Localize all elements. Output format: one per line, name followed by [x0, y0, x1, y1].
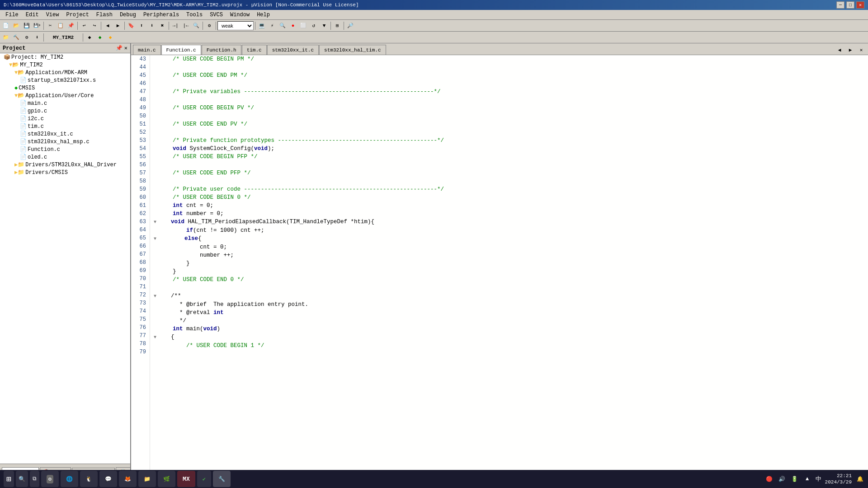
menu-item-edit[interactable]: Edit	[22, 11, 42, 19]
code-line-75[interactable]: */	[154, 317, 444, 325]
code-line-60[interactable]: /* USER CODE BEGIN 0 */	[154, 193, 444, 202]
compile-btn[interactable]: ⚙	[204, 21, 214, 31]
tab-scroll-left[interactable]: ◀	[835, 45, 844, 55]
code-editor[interactable]: 4344454647484950515253545556575859606162…	[131, 55, 868, 471]
undo-btn[interactable]: ↩	[79, 21, 89, 31]
taskbar-settings[interactable]: ⚙	[41, 471, 59, 487]
outdent-btn[interactable]: |←	[181, 21, 191, 31]
menu-item-project[interactable]: Project	[62, 11, 92, 19]
menu-item-tools[interactable]: Tools	[183, 11, 206, 19]
code-line-59[interactable]: /* Private user code -------------------…	[154, 185, 444, 193]
project-close-btn[interactable]: ✕	[124, 45, 127, 52]
tree-item-function-c[interactable]: 📄Function.c	[0, 145, 130, 153]
redo-btn[interactable]: ↪	[90, 21, 99, 31]
taskbar-app3[interactable]: 🔧	[213, 471, 231, 487]
tree-item-application-user-core[interactable]: ▼📂Application/User/Core	[0, 92, 130, 99]
extra-btn3[interactable]: ◆	[105, 33, 115, 42]
minimize-button[interactable]: ─	[836, 1, 844, 9]
code-line-63[interactable]: ▼ void HAL_TIM_PeriodElapsedCallback(TIM…	[154, 218, 444, 226]
new-file-btn[interactable]: 📄	[1, 21, 11, 31]
tab-function-h[interactable]: Function.h	[202, 45, 241, 55]
clear-bookmark-btn[interactable]: ✖	[157, 21, 167, 31]
code-line-61[interactable]: int cnt = 0;	[154, 202, 444, 210]
taskbar-app2[interactable]: ✔	[197, 471, 211, 487]
find-btn[interactable]: 🔍	[191, 21, 201, 31]
weak-select[interactable]: weak	[217, 21, 254, 30]
window-btn[interactable]: ⊞	[332, 21, 342, 31]
extra-btn2[interactable]: ◆	[95, 33, 105, 42]
system-clock[interactable]: 22:21 2024/3/29	[825, 473, 852, 485]
code-line-77[interactable]: ▼ {	[154, 333, 444, 342]
code-line-58[interactable]	[154, 177, 444, 185]
taskbar-edge[interactable]: 🌐	[61, 471, 78, 487]
fold-marker[interactable]: ▼	[154, 335, 156, 340]
taskbar-explorer[interactable]: 📁	[138, 471, 156, 487]
build2-btn[interactable]: 🔨	[11, 33, 21, 42]
fold-marker[interactable]: ▼	[154, 220, 156, 225]
tree-item-i2c-c[interactable]: 📄i2c.c	[0, 115, 130, 122]
code-line-72[interactable]: ▼ /**	[154, 292, 444, 300]
tree-item-stm32l0xx-it-c[interactable]: 📄stm32l0xx_it.c	[0, 130, 130, 138]
stop-btn[interactable]: ⬜	[298, 21, 308, 31]
code-line-49[interactable]: /* USER CODE BEGIN PV */	[154, 104, 444, 112]
reset-btn[interactable]: ↺	[309, 21, 319, 31]
chevron-up-icon[interactable]: ▲	[803, 474, 812, 483]
menu-item-view[interactable]: View	[42, 11, 63, 19]
taskbar-git[interactable]: 🌿	[158, 471, 175, 487]
code-line-52[interactable]	[154, 128, 444, 136]
code-line-62[interactable]: int number = 0;	[154, 210, 444, 218]
code-line-76[interactable]: int main(void)	[154, 325, 444, 333]
search-button[interactable]: 🔍	[16, 471, 28, 487]
code-line-70[interactable]: /* USER CODE END 0 */	[154, 276, 444, 284]
taskbar-app1[interactable]: 🐧	[80, 471, 98, 487]
taskbar-wechat[interactable]: 💬	[99, 471, 117, 487]
nav-back-btn[interactable]: ◀	[103, 21, 113, 31]
maximize-button[interactable]: □	[846, 1, 854, 9]
tree-item-tim-c[interactable]: 📄tim.c	[0, 122, 130, 130]
code-line-69[interactable]: }	[154, 267, 444, 276]
code-line-74[interactable]: * @retval int	[154, 309, 444, 317]
tree-item-cmsis[interactable]: ◆CMSIS	[0, 84, 130, 92]
nav-fwd-btn[interactable]: ▶	[113, 21, 123, 31]
taskbar-mx[interactable]: MX	[177, 471, 195, 487]
menu-item-window[interactable]: Window	[226, 11, 253, 19]
close-button[interactable]: ✕	[856, 1, 864, 9]
taskbar-firefox[interactable]: 🦊	[119, 471, 137, 487]
code-line-57[interactable]: /* USER CODE END PFP */	[154, 169, 444, 177]
more-btn[interactable]: ▼	[319, 21, 329, 31]
tree-item-oled-c[interactable]: 📄oled.c	[0, 153, 130, 161]
fold-marker[interactable]: ▼	[154, 294, 156, 299]
tab-stm32l0xx-hal-tim[interactable]: stm32l0xx_hal_tim.c	[319, 45, 386, 55]
copy-btn[interactable]: 📋	[56, 21, 66, 31]
code-line-51[interactable]: /* USER CODE END PV */	[154, 120, 444, 128]
tree-item-stm32l0xx-hal-msp-c[interactable]: 📄stm32l0xx_hal_msp.c	[0, 138, 130, 145]
battery-icon[interactable]: 🔋	[790, 474, 799, 483]
tree-item-drivers-cmsis[interactable]: ▶📁Drivers/CMSIS	[0, 169, 130, 176]
fold-marker[interactable]: ▼	[154, 236, 156, 241]
code-line-68[interactable]: }	[154, 259, 444, 267]
code-line-46[interactable]	[154, 80, 444, 88]
extra-btn1[interactable]: ◆	[85, 33, 94, 42]
code-line-50[interactable]	[154, 112, 444, 120]
tab-function-c[interactable]: Function.c	[161, 45, 201, 55]
tree-item-application-mdk-arm[interactable]: ▼📂Application/MDK-ARM	[0, 69, 130, 76]
code-line-66[interactable]: cnt = 0;	[154, 243, 444, 251]
search2-btn[interactable]: 🔍	[278, 21, 288, 31]
notifications-icon[interactable]: 🔔	[855, 474, 864, 483]
code-line-43[interactable]: /* USER CODE BEGIN PM */	[154, 55, 444, 63]
save-all-btn[interactable]: 💾+	[32, 21, 42, 31]
tree-item-gpio-c[interactable]: 📄gpio.c	[0, 107, 130, 115]
taskview-button[interactable]: ⧉	[30, 471, 39, 487]
bookmark-btn[interactable]: 🔖	[126, 21, 136, 31]
paste-btn[interactable]: 📌	[66, 21, 76, 31]
code-line-47[interactable]: /* Private variables -------------------…	[154, 88, 444, 96]
flash-btn[interactable]: ⚡	[267, 21, 277, 31]
code-line-44[interactable]	[154, 63, 444, 71]
settings-btn[interactable]: ⚙	[22, 33, 32, 42]
code-line-48[interactable]	[154, 96, 444, 104]
tree-item-startup-stm32l071xx-s[interactable]: 📄startup_stm32l071xx.s	[0, 76, 130, 84]
volume-icon[interactable]: 🔊	[778, 474, 787, 483]
code-line-78[interactable]: /* USER CODE BEGIN 1 */	[154, 342, 444, 350]
save-btn[interactable]: 💾	[22, 21, 32, 31]
start-button[interactable]: ⊞	[4, 471, 14, 487]
